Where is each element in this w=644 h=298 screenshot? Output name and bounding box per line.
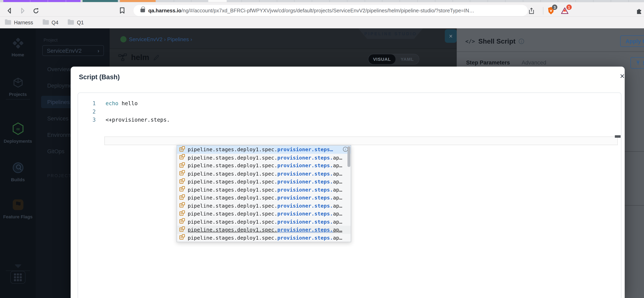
close-icon: × — [449, 33, 452, 39]
bookmark-label: Q1 — [77, 20, 84, 25]
tab-divider — [382, 0, 382, 2]
suggestion-text: pipeline.stages.deploy1.spec.provisioner… — [188, 235, 342, 241]
bookmark-folder-q4[interactable]: Q4 — [42, 20, 58, 25]
bookmark-folder-harness[interactable]: Harness — [5, 20, 33, 25]
save-template-button[interactable]: S — [630, 57, 644, 69]
suggestion-field-icon — [179, 170, 185, 176]
suggestion-field-icon — [179, 186, 185, 192]
breadcrumb[interactable]: ServiceEnvV2 › Pipelines › — [129, 36, 192, 42]
suggestion-item[interactable]: pipeline.stages.deploy1.spec.provisioner… — [177, 226, 351, 234]
sidebar-item-projects[interactable]: Projects — [0, 77, 36, 97]
suggestion-item[interactable]: pipeline.stages.deploy1.spec.provisioner… — [177, 202, 351, 210]
tab-divider — [540, 0, 541, 2]
suggestion-text: pipeline.stages.deploy1.spec.provisioner… — [188, 179, 342, 185]
bookmark-label: Q4 — [52, 20, 58, 25]
tab-divider — [66, 0, 66, 2]
studio-close-button[interactable]: × — [445, 29, 457, 43]
pipeline-name: helm — [131, 53, 149, 62]
edit-pencil-icon[interactable] — [153, 54, 160, 61]
panel-row-divider — [625, 205, 644, 206]
pipeline-studio-header: ServiceEnvV2 › Pipelines › PIPELINE STUD… — [110, 28, 457, 67]
active-tab-slot[interactable] — [208, 0, 226, 2]
autocomplete-dropdown: pipeline.stages.deploy1.spec.provisioner… — [176, 145, 351, 242]
tab-divider — [347, 0, 348, 2]
code-line-3: <+provisioner.steps. — [106, 116, 170, 124]
forward-icon — [19, 8, 26, 14]
share-button[interactable] — [526, 5, 537, 16]
tab-divider — [611, 0, 611, 2]
bookmark-folder-q1[interactable]: Q1 — [68, 20, 84, 25]
suggestion-text: pipeline.stages.deploy1.spec.provisioner… — [188, 146, 333, 152]
info-icon[interactable]: i — [519, 39, 524, 44]
sidebar-item-feature-flags[interactable]: Feature Flags — [0, 199, 36, 219]
project-selector-value: ServiceEnvV2 — [47, 48, 82, 54]
tab-group-segment[interactable] — [83, 0, 118, 2]
suggestion-item[interactable]: pipeline.stages.deploy1.spec.provisioner… — [177, 153, 351, 162]
suggestion-item[interactable]: pipeline.stages.deploy1.spec.provisioner… — [177, 186, 351, 194]
tab-divider — [30, 0, 30, 2]
tab-divider — [452, 0, 453, 2]
puzzle-icon — [636, 7, 643, 15]
tab-advanced[interactable]: Advanced — [522, 60, 546, 66]
tab-group-segment[interactable] — [120, 0, 156, 2]
tab-divider — [174, 0, 174, 2]
forward-button[interactable] — [17, 5, 28, 16]
suggestion-item[interactable]: pipeline.stages.deploy1.spec.provisioner… — [177, 146, 351, 154]
module-grid-button[interactable] — [10, 271, 26, 283]
suggestion-item[interactable]: pipeline.stages.deploy1.spec.provisioner… — [177, 234, 351, 242]
url-text[interactable]: qa.harness.io/ng/#/account/px7xd_BFRCi-p… — [148, 8, 474, 13]
view-toggle-yaml[interactable]: YAML — [396, 54, 419, 64]
sidebar-item-deployments[interactable]: ∞ Deployments — [0, 122, 36, 143]
url-bar[interactable]: qa.harness.io/ng/#/account/px7xd_BFRCi-p… — [134, 5, 528, 16]
tab-divider — [575, 0, 576, 2]
side-bookmark-button[interactable] — [117, 5, 128, 16]
sidebar-item-builds[interactable]: Builds — [0, 162, 36, 182]
view-toggle-visual[interactable]: VISUAL — [368, 54, 396, 64]
tab-step-parameters[interactable]: Step Parameters — [466, 60, 510, 66]
suggestion-item[interactable]: pipeline.stages.deploy1.spec.provisioner… — [177, 194, 351, 202]
modal-title: Script (Bash) — [79, 74, 120, 81]
project-nav-pipelines[interactable]: Pipelines — [47, 99, 70, 105]
suggestion-text: pipeline.stages.deploy1.spec.provisioner… — [188, 154, 342, 161]
svg-text:∞: ∞ — [16, 126, 20, 132]
extensions-button[interactable] — [634, 5, 644, 16]
sidebar-item-home[interactable]: Home — [0, 38, 36, 57]
bookmark-label: Harness — [14, 20, 33, 25]
browser-tab-strip[interactable] — [0, 0, 644, 2]
breadcrumb-segment[interactable]: Pipelines — [167, 36, 189, 42]
project-nav-gitops[interactable]: GitOps — [47, 148, 64, 154]
panel-divider — [457, 52, 644, 52]
tab-group-segment[interactable] — [3, 0, 80, 2]
suggestion-item[interactable]: pipeline.stages.deploy1.spec.provisioner… — [177, 210, 351, 218]
screen: qa.harness.io/ng/#/account/px7xd_BFRCi-p… — [0, 0, 644, 298]
project-nav-services[interactable]: Services — [47, 116, 68, 122]
feature-flags-icon — [12, 199, 24, 211]
visual-yaml-toggle[interactable]: VISUALYAML — [368, 54, 420, 65]
reload-button[interactable] — [30, 5, 41, 16]
script-modal: Script (Bash) × 1 2 3 echo hello <+provi… — [71, 67, 625, 298]
suggestion-item[interactable]: pipeline.stages.deploy1.spec.provisioner… — [177, 218, 351, 226]
project-nav-overview[interactable]: Overview — [47, 66, 70, 72]
suggestion-item[interactable]: pipeline.stages.deploy1.spec.provisioner… — [177, 170, 351, 178]
modal-close-button[interactable]: × — [617, 71, 625, 82]
back-button[interactable] — [4, 5, 15, 16]
lock-icon[interactable] — [140, 9, 145, 12]
dropdown-scrollbar[interactable] — [348, 146, 350, 167]
suggestion-field-icon — [179, 162, 185, 168]
suggestion-item[interactable]: pipeline.stages.deploy1.spec.provisioner… — [177, 162, 351, 170]
breadcrumb-segment[interactable]: ServiceEnvV2 — [129, 36, 162, 42]
close-icon: × — [620, 71, 625, 81]
project-selector[interactable]: ServiceEnvV2 › — [42, 45, 104, 56]
suggestion-text: pipeline.stages.deploy1.spec.provisioner… — [188, 211, 342, 217]
tab-divider — [191, 0, 192, 2]
suggestion-text: pipeline.stages.deploy1.spec.provisioner… — [188, 218, 342, 225]
share-icon — [528, 7, 535, 14]
sidebar-collapse-chevron-icon[interactable] — [14, 264, 22, 268]
script-code-editor[interactable]: 1 2 3 echo hello <+provisioner.steps. pi… — [78, 92, 621, 298]
suggestion-item[interactable]: pipeline.stages.deploy1.spec.provisioner… — [177, 178, 351, 186]
line-number: 2 — [84, 108, 96, 116]
suggestion-info-icon[interactable]: i — [343, 147, 348, 152]
tab-divider — [277, 0, 277, 2]
apply-changes-button[interactable]: Apply Ch — [620, 35, 644, 47]
project-color-dot-icon — [120, 36, 126, 42]
